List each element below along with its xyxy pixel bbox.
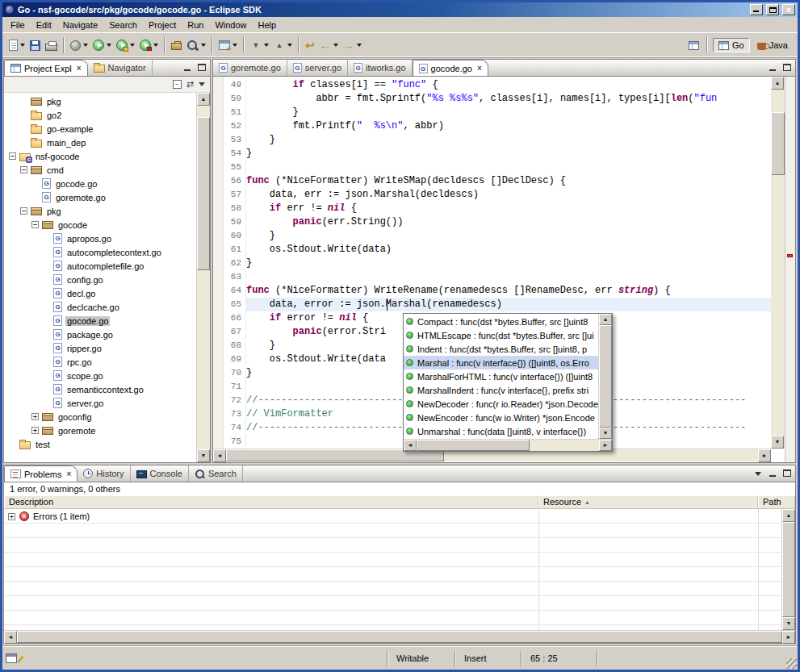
tree-item-declcache.go[interactable]: Gdeclcache.go: [4, 300, 196, 314]
tab-search[interactable]: Search: [189, 465, 243, 482]
minimize-view-button[interactable]: [182, 62, 194, 73]
scroll-right-icon[interactable]: ►: [782, 631, 795, 644]
dropdown-arrow-icon[interactable]: [232, 44, 237, 47]
code-line-50[interactable]: abbr = fmt.Sprintf("%s %s%s", classes[i]…: [246, 92, 771, 106]
menu-edit[interactable]: Edit: [31, 19, 57, 31]
completion-item[interactable]: MarshalIndent : func(v interface{}, pref…: [404, 383, 598, 397]
editor-tab-goremote.go[interactable]: Ggoremote.go: [213, 60, 287, 76]
completion-item[interactable]: Indent : func(dst *bytes.Buffer, src []u…: [404, 342, 598, 356]
scrollbar-thumb[interactable]: [599, 325, 612, 428]
close-button[interactable]: ×: [782, 4, 795, 15]
tree-item-semanticcontext.go[interactable]: Gsemanticcontext.go: [4, 382, 196, 396]
tree-item-main_dep[interactable]: main_dep: [4, 136, 196, 149]
code-line-49[interactable]: if classes[i] == "func" {: [246, 78, 771, 92]
view-menu-icon[interactable]: [199, 82, 205, 86]
expand-box-icon[interactable]: +: [8, 513, 15, 520]
code-line-61[interactable]: os.Stdout.Write(data): [246, 243, 771, 257]
expand-box-icon[interactable]: +: [31, 427, 39, 434]
editor-vertical-scrollbar[interactable]: ▲ ▼: [771, 77, 785, 449]
collapse-all-icon[interactable]: −: [173, 80, 182, 89]
tree-vertical-scrollbar[interactable]: ▲ ▼: [196, 93, 210, 462]
dropdown-arrow-icon[interactable]: [287, 44, 292, 47]
dropdown-arrow-icon[interactable]: [333, 44, 338, 47]
maximize-button[interactable]: [766, 4, 779, 15]
code-line-60[interactable]: }: [246, 229, 771, 243]
editor-tab-itworks.go[interactable]: Gitworks.go: [348, 60, 413, 76]
perspective-java-button[interactable]: Java: [752, 38, 794, 52]
completion-item[interactable]: Marshal : func(v interface{}) ([]uint8, …: [404, 356, 598, 369]
annotation-ruler[interactable]: [213, 77, 224, 462]
minimize-button[interactable]: [750, 4, 763, 15]
tree-item-server.go[interactable]: Gserver.go: [4, 396, 196, 410]
scroll-down-icon[interactable]: ▼: [782, 617, 795, 630]
problems-horizontal-scrollbar[interactable]: ◄ ►: [4, 630, 795, 643]
debug-button[interactable]: [68, 35, 90, 55]
tree-item-rpc.go[interactable]: Grpc.go: [4, 355, 196, 369]
editor-tab-gocode.go[interactable]: Ggocode.go×: [413, 60, 488, 76]
dropdown-arrow-icon[interactable]: [201, 44, 206, 47]
previous-annotation-button[interactable]: ▲: [271, 35, 295, 55]
dropdown-arrow-icon[interactable]: [130, 44, 135, 47]
back-button[interactable]: ←: [317, 35, 341, 55]
menu-project[interactable]: Project: [143, 19, 182, 31]
tab-project-explorer[interactable]: Project Expl ×: [4, 60, 88, 76]
collapse-box-icon[interactable]: −: [20, 166, 27, 173]
tree-item-pkg[interactable]: pkg: [4, 94, 196, 108]
tree-item-autocompletecontext.go[interactable]: Gautocompletecontext.go: [4, 245, 196, 259]
scrollbar-thumb[interactable]: [782, 522, 795, 617]
tree-item-test[interactable]: test: [4, 437, 196, 451]
tree-item-gocode.go[interactable]: Ggocode.go: [4, 314, 196, 328]
menu-run[interactable]: Run: [182, 19, 209, 31]
code-line-53[interactable]: }: [246, 133, 771, 147]
popup-vertical-scrollbar[interactable]: ▲ ▼: [598, 314, 612, 439]
code-line-56[interactable]: func (*NiceFormatter) WriteSMap(decldesc…: [246, 174, 771, 188]
problems-vertical-scrollbar[interactable]: ▲ ▼: [781, 509, 795, 630]
tab-navigator[interactable]: Navigator: [88, 60, 153, 76]
completion-item[interactable]: NewEncoder : func(w io.Writer) *json.Enc…: [404, 411, 598, 424]
collapse-box-icon[interactable]: −: [20, 207, 27, 215]
completion-item[interactable]: HTMLEscape : func(dst *bytes.Buffer, src…: [404, 328, 598, 342]
scrollbar-thumb[interactable]: [197, 117, 210, 270]
tree-item-decl.go[interactable]: Gdecl.go: [4, 286, 196, 300]
fast-view-icon[interactable]: [6, 653, 17, 663]
scroll-right-icon[interactable]: ►: [758, 449, 771, 462]
resize-grip[interactable]: [786, 658, 797, 669]
scroll-up-icon[interactable]: ▲: [771, 77, 784, 90]
error-marker[interactable]: [787, 254, 793, 257]
perspective-go-button[interactable]: Go: [713, 38, 750, 52]
code-line-62[interactable]: }: [246, 257, 771, 270]
title-bar[interactable]: Go - nsf-gocode/src/pkg/gocode/gocode.go…: [2, 2, 798, 17]
scroll-up-icon[interactable]: ▲: [599, 314, 612, 325]
tree-item-gocode[interactable]: −gocode: [4, 218, 196, 232]
external-tools-button[interactable]: [137, 35, 161, 55]
dropdown-arrow-icon[interactable]: [83, 44, 88, 47]
overview-ruler[interactable]: [785, 77, 795, 462]
menu-file[interactable]: File: [5, 19, 31, 31]
close-tab-icon[interactable]: ×: [475, 64, 482, 73]
scroll-up-icon[interactable]: ▲: [782, 509, 795, 522]
close-view-icon[interactable]: ×: [75, 64, 82, 73]
collapse-box-icon[interactable]: −: [31, 221, 39, 228]
popup-horizontal-scrollbar[interactable]: ◄ ►: [404, 439, 612, 451]
code-line-64[interactable]: func (*NiceFormatter) WriteRename(rename…: [246, 284, 771, 298]
close-tab-icon[interactable]: ×: [65, 470, 71, 478]
new-wizard-button[interactable]: [6, 35, 27, 55]
dropdown-arrow-icon[interactable]: [107, 44, 111, 47]
maximize-view-button[interactable]: [781, 468, 794, 479]
tree-item-nsf-gocode[interactable]: −nsf-gocode: [4, 149, 196, 163]
code-line-55[interactable]: [246, 161, 771, 174]
menu-search[interactable]: Search: [103, 19, 143, 31]
link-with-editor-icon[interactable]: ⇄: [186, 80, 194, 89]
column-description[interactable]: Description: [4, 495, 538, 508]
new-element-button[interactable]: [216, 35, 240, 55]
last-edit-location-button[interactable]: ↩: [303, 35, 317, 55]
scroll-left-icon[interactable]: ◄: [4, 631, 17, 644]
maximize-view-button[interactable]: [196, 62, 208, 73]
scroll-down-icon[interactable]: ▼: [599, 428, 612, 439]
scrollbar-thumb[interactable]: [771, 112, 785, 175]
tree-item-goremote.go[interactable]: Ggoremote.go: [4, 190, 196, 204]
dropdown-arrow-icon[interactable]: [264, 44, 269, 47]
maximize-editor-button[interactable]: [781, 62, 794, 73]
tree-item-autocompletefile.go[interactable]: Gautocompletefile.go: [4, 259, 196, 273]
open-toolbox-button[interactable]: [169, 35, 184, 55]
